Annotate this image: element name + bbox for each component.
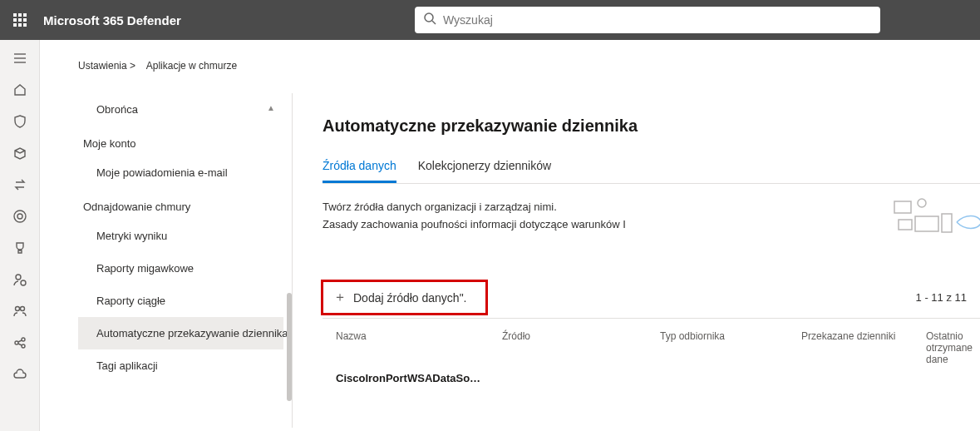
chevron-up-icon: ▲ xyxy=(267,103,275,112)
svg-point-19 xyxy=(20,307,24,311)
svg-rect-2 xyxy=(23,13,27,17)
nav-group-my-account[interactable]: Moje konto xyxy=(78,126,283,156)
item-counter: 1 - 11 z 11 xyxy=(916,291,967,304)
nav-item-score-metrics[interactable]: Metryki wyniku xyxy=(78,220,283,252)
svg-point-16 xyxy=(16,275,21,280)
tab-data-sources[interactable]: Źródła danych xyxy=(323,159,396,183)
svg-rect-7 xyxy=(18,23,22,27)
cloud-icon[interactable] xyxy=(12,366,28,383)
svg-point-21 xyxy=(22,338,25,341)
svg-point-15 xyxy=(17,214,22,219)
trophy-icon[interactable] xyxy=(12,240,28,256)
svg-point-14 xyxy=(14,211,26,222)
description-line-2: Zasady zachowania poufności informacji d… xyxy=(323,218,980,230)
nav-item-continuous-reports[interactable]: Raporty ciągłe xyxy=(78,285,283,317)
col-receiver-type[interactable]: Typ odbiornika xyxy=(660,330,801,365)
col-last-received[interactable]: Ostatnio otrzymane dane xyxy=(926,330,980,365)
svg-point-18 xyxy=(15,307,19,311)
svg-rect-27 xyxy=(899,220,912,230)
breadcrumb-root[interactable]: Ustawienia > xyxy=(78,60,135,72)
plus-icon: ＋ xyxy=(333,289,347,306)
svg-point-20 xyxy=(15,341,18,344)
svg-point-17 xyxy=(21,280,26,285)
svg-line-23 xyxy=(18,340,22,342)
app-launcher-button[interactable] xyxy=(0,0,40,40)
svg-rect-4 xyxy=(18,18,22,22)
nav-item-email-notifications[interactable]: Moje powiadomienia e-mail xyxy=(78,156,283,189)
svg-rect-6 xyxy=(13,23,17,27)
exchange-icon[interactable] xyxy=(12,176,28,193)
command-bar: ＋ Dodaj źródło danych". 1 - 11 z 11 xyxy=(323,277,980,319)
svg-rect-28 xyxy=(942,214,952,232)
shield-icon[interactable] xyxy=(12,113,28,130)
add-data-source-button[interactable]: ＋ Dodaj źródło danych". xyxy=(325,284,475,311)
tab-bar: Źródła danych Kolekcjonerzy dzienników xyxy=(323,159,980,184)
tab-log-collectors[interactable]: Kolekcjonerzy dzienników xyxy=(418,159,551,183)
svg-point-22 xyxy=(22,344,25,348)
package-icon[interactable] xyxy=(12,145,28,161)
product-name: Microsoft 365 Defender xyxy=(43,13,181,27)
svg-rect-5 xyxy=(23,18,27,22)
svg-rect-26 xyxy=(915,216,938,231)
page-title: Automatyczne przekazywanie dziennika xyxy=(323,116,980,136)
svg-line-10 xyxy=(432,21,436,24)
add-button-label: Dodaj źródło danych". xyxy=(353,291,467,305)
svg-rect-1 xyxy=(18,13,22,17)
nav-item-snapshot-reports[interactable]: Raporty migawkowe xyxy=(78,252,283,285)
svg-rect-0 xyxy=(13,13,17,17)
radar-icon[interactable] xyxy=(12,208,28,225)
nav-item-app-tags[interactable]: Tagi aplikacji xyxy=(78,349,283,382)
main-panel: Automatyczne przekazywanie dziennika Źró… xyxy=(293,93,980,428)
svg-rect-3 xyxy=(13,18,17,22)
share-icon[interactable] xyxy=(12,334,28,351)
scrollbar-thumb[interactable] xyxy=(287,293,292,401)
svg-point-9 xyxy=(425,13,433,22)
hamburger-icon[interactable] xyxy=(12,50,28,67)
svg-point-29 xyxy=(918,199,926,207)
breadcrumb: Ustawienia > Aplikacje w chmurze xyxy=(78,60,980,72)
settings-nav: Obrońca ▲ Moje konto Moje powiadomienia … xyxy=(78,93,293,428)
col-name[interactable]: Nazwa xyxy=(336,330,502,365)
description-line-1: Twórz źródła danych organizacji i zarząd… xyxy=(323,201,980,213)
table-row[interactable]: CiscoIronPortWSADataSo… xyxy=(323,372,980,384)
col-source[interactable]: Źródło xyxy=(502,330,660,365)
cell-name: CiscoIronPortWSADataSo… xyxy=(336,372,502,384)
svg-line-24 xyxy=(18,344,22,345)
svg-rect-25 xyxy=(894,201,911,213)
nav-group-cloud-discovery[interactable]: Odnajdowanie chmury xyxy=(78,189,283,220)
person-gear-icon[interactable] xyxy=(12,271,28,288)
nav-item-automatic-log-upload[interactable]: Automatyczne przekazywanie dziennika xyxy=(78,317,283,349)
col-forwarded-logs[interactable]: Przekazane dzienniki xyxy=(801,330,926,365)
breadcrumb-leaf[interactable]: Aplikacje w chmurze xyxy=(146,60,237,72)
nav-item-label: Obrońca xyxy=(96,103,138,116)
search-icon xyxy=(423,12,436,28)
global-header: Microsoft 365 Defender xyxy=(0,0,980,40)
svg-rect-8 xyxy=(23,23,27,27)
global-search[interactable] xyxy=(415,7,880,33)
search-input[interactable] xyxy=(443,13,872,27)
illustration-icon xyxy=(890,193,980,255)
home-icon[interactable] xyxy=(12,82,28,98)
left-icon-rail xyxy=(0,40,40,431)
nav-item-defender[interactable]: Obrońca ▲ xyxy=(78,93,283,126)
table-header: Nazwa Źródło Typ odbiornika Przekazane d… xyxy=(323,319,980,372)
people-icon[interactable] xyxy=(12,303,28,320)
tutorial-highlight: ＋ Dodaj źródło danych". xyxy=(321,280,488,315)
